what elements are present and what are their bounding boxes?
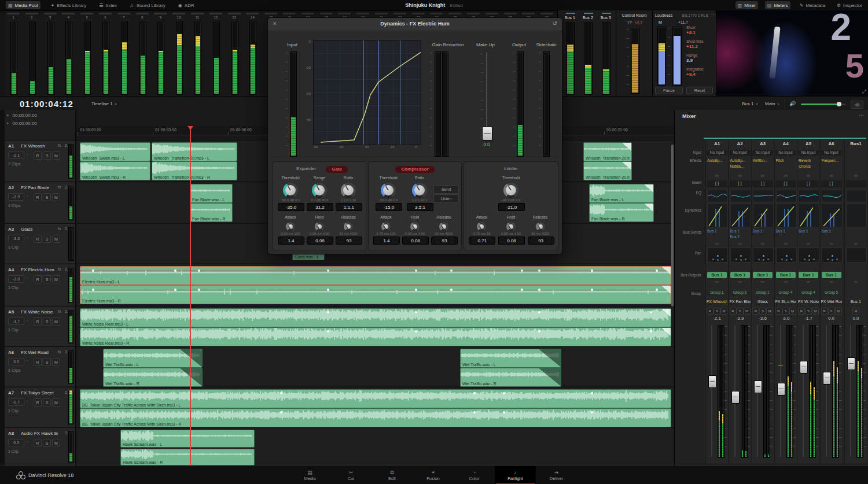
strip-insert[interactable]: [ ] (707, 180, 727, 187)
strip-m-button[interactable]: M (766, 308, 773, 315)
knob-value[interactable]: 3.5:1 (407, 203, 433, 211)
track-header-A7[interactable]: A7FX Tokyo Street2.0-0.7◦RSM1 Clip (5, 387, 75, 427)
strip-input[interactable]: No Input (798, 150, 819, 156)
strip-bus-send[interactable]: Bus 2 (730, 235, 750, 240)
fade-handle[interactable] (661, 286, 671, 294)
track-r-button[interactable]: R (34, 317, 42, 326)
knob-attack[interactable] (381, 222, 391, 231)
strip-insert[interactable]: [ ] (730, 180, 751, 187)
channel-tab[interactable] (172, 13, 185, 14)
strip-dynamics-thumbnail[interactable] (730, 204, 751, 228)
strip-bus-output[interactable]: Bus 1 (822, 272, 841, 278)
knob-value[interactable]: 93 (528, 237, 554, 245)
track-gain-value[interactable]: -3.0 (8, 275, 24, 283)
strip-bus-output[interactable]: Bus 1 (776, 272, 796, 278)
fade-handle[interactable] (644, 204, 653, 212)
strip-effect[interactable]: AirRbn... (753, 158, 773, 164)
arm-icon[interactable]: ◦ (27, 439, 31, 445)
audio-clip[interactable]: Fan Blade.wav - L (589, 184, 654, 203)
track-gain-value[interactable]: -3.9 (8, 193, 24, 201)
track-r-button[interactable]: R (34, 152, 42, 160)
loudness-reset-button[interactable]: Reset (686, 87, 713, 94)
track-r-button[interactable]: R (34, 398, 42, 407)
automation-point[interactable] (656, 289, 658, 291)
tab-gate[interactable]: Gate (325, 165, 348, 173)
strip-effect[interactable]: AutoSp... (707, 158, 727, 164)
bus-tab[interactable] (566, 13, 575, 14)
channel-tab[interactable] (25, 13, 38, 14)
speaker-icon[interactable]: 🔊 (789, 101, 796, 106)
automation-point[interactable] (650, 330, 652, 332)
knob-hold[interactable] (410, 222, 420, 231)
automation-point[interactable] (415, 289, 417, 291)
knob-value[interactable]: 0.71 (469, 237, 495, 245)
strip-m-button[interactable]: M (789, 308, 796, 315)
fade-handle[interactable] (661, 328, 671, 336)
fader-handle[interactable] (847, 357, 855, 370)
strip-pan-control[interactable] (753, 247, 774, 263)
strip-dash[interactable] (854, 281, 858, 283)
strip-s-button[interactable]: S (713, 308, 720, 315)
automation-point[interactable] (521, 269, 523, 272)
strip-pan-control[interactable] (776, 247, 797, 263)
channel-tab[interactable] (412, 13, 425, 14)
strip-group[interactable]: Group 3 (730, 290, 750, 295)
mixer-strip-A2[interactable]: A2No InputAutoSp...Nubila...[ ]Bus 1Bus … (729, 140, 751, 464)
channel-tab[interactable] (301, 13, 314, 14)
strip-s-button[interactable]: S (759, 308, 766, 315)
audio-clip[interactable]: Wet Traffic.wav - L (460, 349, 561, 368)
audio-clip[interactable]: White Noise Roar.mp3 - L (80, 308, 671, 327)
audio-clip[interactable]: Whoosh_Transition-20.mp3 - L (583, 142, 632, 161)
strip-effect[interactable]: Pitch (776, 158, 796, 164)
strip-dash[interactable] (807, 243, 810, 245)
audio-clip[interactable]: Whoosh_Transition-20.mp3 - L (152, 142, 237, 161)
automation-point[interactable] (521, 289, 523, 291)
knob-hold[interactable] (506, 222, 516, 231)
strip-dynamics-thumbnail[interactable] (799, 204, 819, 228)
strip-dash[interactable] (738, 281, 742, 283)
strip-eq-thumbnail[interactable] (707, 190, 728, 202)
fx-badge[interactable]: fx (58, 350, 65, 355)
automation-point[interactable] (327, 330, 329, 332)
fader-handle[interactable] (823, 372, 831, 385)
track-r-button[interactable]: R (34, 193, 42, 201)
channel-tab[interactable] (486, 13, 498, 14)
strip-dash[interactable] (761, 281, 764, 283)
bus-tab[interactable] (602, 13, 611, 14)
strip-eq-thumbnail[interactable] (753, 190, 774, 202)
automation-point[interactable] (415, 269, 417, 272)
knob-value[interactable]: 1:1.1 (336, 203, 362, 211)
channel-tab[interactable] (540, 13, 553, 14)
automation-point[interactable] (198, 269, 200, 272)
strip-group[interactable]: Group 1 (753, 290, 773, 295)
strip-effect[interactable]: Reverb (799, 158, 818, 164)
channel-tab[interactable] (62, 13, 75, 14)
strip-dynamics-thumbnail[interactable] (822, 204, 843, 228)
strip-bus-send[interactable]: Bus 1 (707, 229, 727, 234)
strip-group[interactable]: Group 5 (822, 290, 841, 295)
mixer-menu-icon[interactable]: ⋯ (859, 112, 864, 118)
fader-handle[interactable] (754, 380, 762, 393)
automation-point[interactable] (650, 311, 652, 313)
knob-value[interactable]: 0.08 (307, 237, 333, 245)
track-s-button[interactable]: S (43, 439, 51, 447)
track-m-button[interactable]: M (52, 235, 60, 243)
panel-button-metadata[interactable]: ✎Metadata (797, 1, 827, 9)
db-button[interactable]: dB (851, 101, 863, 109)
automation-point[interactable] (538, 269, 540, 272)
channel-tab[interactable] (375, 13, 388, 14)
channel-tab[interactable] (191, 13, 204, 14)
strip-bus-send[interactable]: Bus 1 (753, 229, 773, 234)
track-s-button[interactable]: S (43, 152, 51, 160)
loudness-pause-button[interactable]: Pause (655, 87, 683, 94)
fx-badge[interactable]: fx (58, 185, 65, 190)
strip-insert[interactable]: [ ] (798, 180, 819, 187)
strip-effect[interactable]: AutoSp... (730, 158, 750, 164)
automation-point[interactable] (538, 289, 540, 291)
track-gain-value[interactable]: -0.7 (8, 398, 24, 406)
mixer-strip-A4[interactable]: A4No InputPitch[ ]Bus 1Bus 1Group 4FX El… (774, 140, 797, 464)
strip-eq-thumbnail[interactable] (799, 190, 819, 202)
channel-tab[interactable] (246, 13, 259, 14)
track-m-button[interactable]: M (52, 193, 60, 201)
arm-icon[interactable]: ◦ (27, 276, 31, 281)
